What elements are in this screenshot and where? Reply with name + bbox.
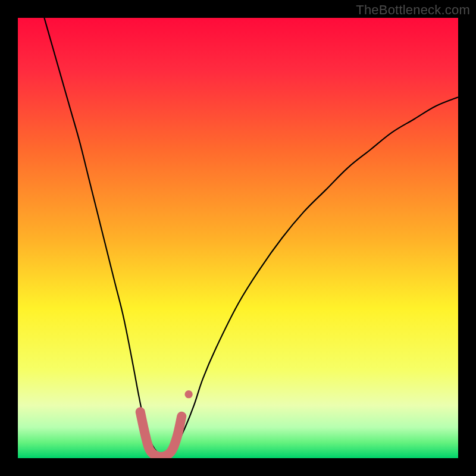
- plot-background: [18, 18, 458, 458]
- chart-frame: TheBottleneck.com: [0, 0, 476, 476]
- bottleneck-chart: [0, 0, 476, 476]
- highlight-dot: [184, 390, 192, 398]
